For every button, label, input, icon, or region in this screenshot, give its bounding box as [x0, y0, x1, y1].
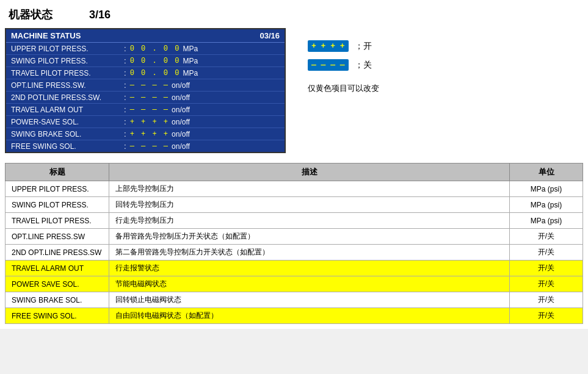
status-unit: on/off	[172, 81, 190, 90]
table-cell-title: UPPER PILOT PRESS.	[5, 181, 109, 197]
table-header-row: 标题 描述 单位	[5, 164, 583, 181]
legend-on-text: ；开	[355, 41, 372, 52]
status-unit: MPa	[183, 45, 198, 53]
table-row: UPPER PILOT PRESS. 上部先导控制压力 MPa (psi)	[5, 181, 583, 197]
status-colon: :	[124, 105, 126, 114]
table-row: OPT.LINE PRESS.SW 备用管路先导控制压力开关状态（如配置） 开/…	[5, 229, 583, 245]
table-cell-unit: MPa (psi)	[510, 213, 583, 229]
status-panel-page: 03/16	[260, 31, 280, 40]
table-cell-desc: 节能电磁阀状态	[109, 276, 510, 292]
table-cell-unit: MPa (psi)	[510, 197, 583, 213]
table-cell-desc: 上部先导控制压力	[109, 181, 510, 197]
status-row: TRAVEL PILOT PRESS. : 0 0 . 0 0 MPa	[6, 67, 285, 79]
status-row: UPPER PILOT PRESS. : 0 0 . 0 0 MPa	[6, 43, 285, 55]
status-label: TRAVEL PILOT PRESS.	[11, 69, 124, 77]
table-cell-title: 2ND OPT.LINE PRESS.SW	[5, 245, 109, 261]
status-row: SWING BRAKE SOL. : + + + + on/off	[6, 128, 285, 140]
status-value: + + + +	[130, 130, 169, 138]
table-cell-title: TRAVEL ALARM OUT	[5, 261, 109, 276]
status-label: SWING BRAKE SOL.	[11, 130, 124, 138]
table-row: FREE SWING SOL. 自由回转电磁阀状态（如配置） 开/关	[5, 308, 583, 324]
legend-on: + + + + ；开	[308, 40, 573, 52]
col-header-unit: 单位	[510, 164, 583, 181]
bottom-table: 标题 描述 单位 UPPER PILOT PRESS. 上部先导控制压力 MPa…	[5, 163, 583, 324]
table-row: POWER SAVE SOL. 节能电磁阀状态 开/关	[5, 276, 583, 292]
table-cell-desc: 回转锁止电磁阀状态	[109, 292, 510, 308]
status-row: FREE SWING SOL. : — — — — on/off	[6, 140, 285, 152]
table-body: UPPER PILOT PRESS. 上部先导控制压力 MPa (psi) SW…	[5, 181, 583, 324]
status-panel: MACHINE STATUS 03/16 UPPER PILOT PRESS. …	[5, 28, 286, 153]
legend-on-bar: + + + +	[308, 40, 349, 52]
table-cell-title: FREE SWING SOL.	[5, 308, 109, 324]
legend-off-text: ；关	[355, 60, 372, 71]
status-rows: UPPER PILOT PRESS. : 0 0 . 0 0 MPa SWING…	[6, 43, 285, 152]
status-label: TRAVEL ALARM OUT	[11, 106, 124, 114]
status-row: POWER-SAVE SOL. : + + + + on/off	[6, 116, 285, 128]
table-cell-unit: 开/关	[510, 245, 583, 261]
table-cell-desc: 行走先导控制压力	[109, 213, 510, 229]
status-colon: :	[124, 44, 126, 53]
status-unit: MPa	[183, 69, 198, 77]
top-section: MACHINE STATUS 03/16 UPPER PILOT PRESS. …	[5, 28, 583, 153]
table-row: 2ND OPT.LINE PRESS.SW 第二备用管路先导控制压力开关状态（如…	[5, 245, 583, 261]
status-value: 0 0 . 0 0	[130, 45, 181, 53]
table-cell-unit: 开/关	[510, 276, 583, 292]
page-container: 机器状态 3/16 MACHINE STATUS 03/16 UPPER PIL…	[0, 0, 588, 329]
table-row: SWING BRAKE SOL. 回转锁止电磁阀状态 开/关	[5, 292, 583, 308]
table-cell-title: SWING PILOT PRESS.	[5, 197, 109, 213]
status-unit: on/off	[172, 130, 190, 138]
table-cell-desc: 回转先导控制压力	[109, 197, 510, 213]
legend-off-bar: — — — —	[308, 59, 349, 71]
table-cell-desc: 第二备用管路先导控制压力开关状态（如配置）	[109, 245, 510, 261]
status-colon: :	[124, 117, 126, 126]
table-cell-unit: 开/关	[510, 308, 583, 324]
table-cell-desc: 自由回转电磁阀状态（如配置）	[109, 308, 510, 324]
table-cell-unit: MPa (psi)	[510, 181, 583, 197]
status-value: + + + +	[130, 118, 169, 126]
status-label: UPPER PILOT PRESS.	[11, 45, 124, 53]
table-cell-unit: 开/关	[510, 261, 583, 276]
status-label: POWER-SAVE SOL.	[11, 118, 124, 126]
status-value: 0 0 . 0 0	[130, 69, 181, 77]
status-value: — — — —	[130, 106, 169, 114]
table-row: TRAVEL ALARM OUT 行走报警状态 开/关	[5, 261, 583, 276]
status-row: TRAVEL ALARM OUT : — — — — on/off	[6, 104, 285, 116]
table-cell-unit: 开/关	[510, 229, 583, 245]
status-label: SWING PILOT PRESS.	[11, 57, 124, 65]
status-unit: on/off	[172, 142, 190, 151]
legend-off: — — — — ；关	[308, 59, 573, 71]
table-cell-title: SWING BRAKE SOL.	[5, 292, 109, 308]
table-cell-title: TRAVEL PILOT PRESS.	[5, 213, 109, 229]
status-value: 0 0 . 0 0	[130, 57, 181, 65]
status-colon: :	[124, 142, 126, 151]
legend-on-symbols: + + + +	[311, 41, 345, 51]
page-title: 机器状态	[9, 7, 53, 22]
table-row: SWING PILOT PRESS. 回转先导控制压力 MPa (psi)	[5, 197, 583, 213]
table-cell-unit: 开/关	[510, 292, 583, 308]
status-colon: :	[124, 56, 126, 65]
table-cell-title: POWER SAVE SOL.	[5, 276, 109, 292]
status-colon: :	[124, 93, 126, 102]
status-label: FREE SWING SOL.	[11, 142, 124, 151]
status-unit: on/off	[172, 106, 190, 114]
page-header: 机器状态 3/16	[5, 5, 583, 24]
table-cell-title: OPT.LINE PRESS.SW	[5, 229, 109, 245]
legend-note: 仅黄色项目可以改变	[308, 83, 573, 94]
status-unit: on/off	[172, 93, 190, 102]
legend-off-symbols: — — — —	[311, 60, 345, 70]
status-label: 2ND POTLINE PRESS.SW.	[11, 93, 124, 102]
table-row: TRAVEL PILOT PRESS. 行走先导控制压力 MPa (psi)	[5, 213, 583, 229]
col-header-title: 标题	[5, 164, 109, 181]
col-header-desc: 描述	[109, 164, 510, 181]
status-colon: :	[124, 68, 126, 77]
status-value: — — — —	[130, 81, 169, 90]
status-value: — — — —	[130, 93, 169, 102]
status-colon: :	[124, 81, 126, 90]
legend-panel: + + + + ；开 — — — — ；关 仅黄色项目可以改变	[298, 28, 583, 153]
status-row: SWING PILOT PRESS. : 0 0 . 0 0 MPa	[6, 55, 285, 67]
status-value: — — — —	[130, 142, 169, 151]
status-label: OPT.LINE PRESS.SW.	[11, 81, 124, 90]
page-number: 3/16	[89, 9, 111, 21]
table-cell-desc: 备用管路先导控制压力开关状态（如配置）	[109, 229, 510, 245]
status-panel-title: MACHINE STATUS	[11, 31, 81, 40]
